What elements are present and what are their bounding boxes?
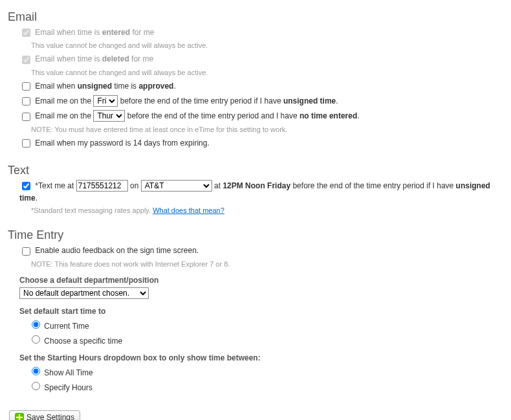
start-current-label: Current Time [44,322,89,331]
hours-all-label: Show All Time [44,368,92,377]
email-deleted-checkbox [22,56,30,64]
email-entered-checkbox [22,28,30,37]
save-settings-button[interactable]: Save Settings [9,410,80,420]
text-rates-note: *Standard text messaging rates apply. Wh… [31,206,503,214]
email-unsigned-approved-label: Email when unsigned time is approved. [35,82,175,91]
starting-hours-heading: Set the Starting Hours dropdown box to o… [19,353,503,362]
timeentry-heading: Time Entry [8,228,503,242]
email-deleted-label: Email when time is deleted for me [35,54,153,63]
text-carrier-select[interactable]: AT&T [141,180,212,192]
text-me-label: *Text me at on AT&T at 12PM Noon Friday … [19,181,490,203]
start-current-radio[interactable] [32,320,40,329]
start-specific-radio[interactable] [32,335,40,344]
email-reminder-notime-label: Email me on the Thur before the end of t… [35,111,359,120]
email-password-expiring-label: Email when my password is 14 days from e… [35,138,209,148]
email-unsigned-approved-checkbox[interactable] [22,82,30,91]
email-password-expiring-checkbox[interactable] [22,139,30,148]
email-entered-label: Email when time is entered for me [35,28,154,37]
email-deleted-note: This value cannot be changed and will al… [31,69,503,76]
email-reminder-unsigned-label: Email me on the Fri before the end of th… [35,96,338,105]
hours-specify-radio[interactable] [32,382,40,390]
audio-feedback-note: NOTE: This feature does not work with In… [31,260,503,268]
audio-feedback-label: Enable audio feedback on the sign time s… [35,246,199,255]
default-dept-heading: Choose a default department/position [19,276,503,285]
start-specific-label: Choose a specific time [44,337,122,346]
audio-feedback-checkbox[interactable] [22,247,30,256]
text-phone-input[interactable] [76,180,128,192]
text-heading: Text [8,164,503,177]
hours-specify-label: Specify Hours [44,383,92,392]
email-entered-note: This value cannot be changed and will al… [31,41,503,49]
hours-all-radio[interactable] [32,367,40,375]
email-reminder-unsigned-day-select[interactable]: Fri [93,95,118,107]
text-rates-link[interactable]: What does that mean? [153,206,224,214]
email-reminder-notime-day-select[interactable]: Thur [93,110,125,122]
save-settings-label: Save Settings [27,413,74,420]
email-reminder-unsigned-checkbox[interactable] [22,97,30,105]
email-heading: Email [8,10,503,24]
email-reminder-notime-note: NOTE: You must have entered time at leas… [31,126,503,133]
text-me-checkbox[interactable] [22,182,30,190]
email-reminder-notime-checkbox[interactable] [22,113,30,121]
plus-icon [15,413,24,420]
default-start-heading: Set default start time to [19,307,503,316]
default-dept-select[interactable]: No default department chosen. [19,287,149,299]
